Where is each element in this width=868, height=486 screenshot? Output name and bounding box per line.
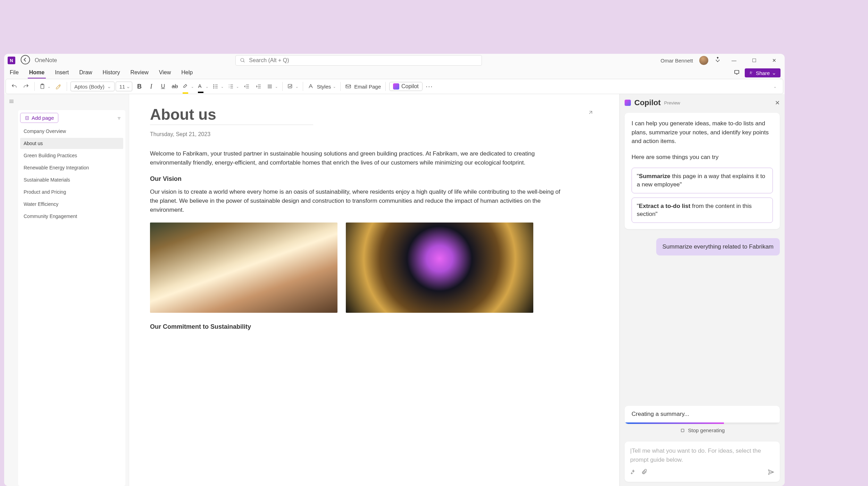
present-icon[interactable] xyxy=(734,69,740,77)
close-icon[interactable]: ✕ xyxy=(775,99,780,107)
page-item[interactable]: Product and Pricing xyxy=(20,186,123,198)
svg-point-1 xyxy=(241,58,244,61)
titlebar-right: Omar Bennett — ☐ ✕ xyxy=(661,56,781,65)
app-icon: N xyxy=(8,57,15,64)
copilot-title: Copilot xyxy=(634,98,661,107)
copilot-intro-text: I can help you generate ideas, make to-d… xyxy=(632,119,773,146)
overflow-button[interactable]: ··· xyxy=(425,81,434,92)
user-name: Omar Bennett xyxy=(661,58,693,64)
avatar[interactable] xyxy=(699,56,708,65)
copilot-input[interactable]: |Tell me what you want to do. For ideas,… xyxy=(625,442,780,482)
tab-help[interactable]: Help xyxy=(180,67,194,78)
indent-button[interactable] xyxy=(254,81,264,92)
share-button[interactable]: Share ⌄ xyxy=(745,68,781,77)
format-painter-button[interactable] xyxy=(53,81,63,92)
titlebar: N OneNote Search (Alt + Q) Omar Bennett … xyxy=(4,54,785,67)
pages-panel: Add page Company Overview About us Green… xyxy=(4,94,129,486)
stop-generating-button[interactable]: Stop generating xyxy=(625,424,780,437)
expand-icon[interactable] xyxy=(587,109,594,117)
undo-button[interactable] xyxy=(9,81,19,92)
heading-commitment[interactable]: Our Commitment to Sustainability xyxy=(150,323,599,330)
tab-review[interactable]: Review xyxy=(129,67,150,78)
page-item[interactable]: About us xyxy=(20,138,123,149)
svg-rect-13 xyxy=(681,429,684,432)
copilot-header: Copilot Preview ✕ xyxy=(625,98,780,107)
image-placeholder[interactable] xyxy=(346,223,533,313)
numbering-button[interactable]: ⌄ xyxy=(227,81,240,92)
paste-button[interactable]: ⌄ xyxy=(38,81,51,92)
send-icon[interactable] xyxy=(767,469,774,477)
highlight-button[interactable]: ⌄ xyxy=(182,81,195,92)
svg-rect-2 xyxy=(735,70,739,74)
email-page-button[interactable]: Email Page xyxy=(344,81,382,92)
page-item[interactable]: Renewable Energy Integration xyxy=(20,162,123,173)
font-select[interactable]: Aptos (Body) xyxy=(70,82,115,91)
page-item[interactable]: Community Engagement xyxy=(20,211,123,222)
tab-insert[interactable]: Insert xyxy=(53,67,70,78)
tab-home[interactable]: Home xyxy=(28,67,46,78)
search-input[interactable]: Search (Alt + Q) xyxy=(235,55,482,66)
svg-point-7 xyxy=(214,86,214,87)
copilot-pane: Copilot Preview ✕ I can help you generat… xyxy=(619,94,785,486)
app-window: N OneNote Search (Alt + Q) Omar Bennett … xyxy=(4,54,785,486)
font-color-button[interactable]: A⌄ xyxy=(197,81,209,92)
back-button[interactable] xyxy=(20,55,31,66)
svg-point-0 xyxy=(21,56,30,64)
styles-button[interactable]: Styles⌄ xyxy=(307,81,337,92)
bold-button[interactable]: B xyxy=(134,81,144,92)
image-placeholder[interactable] xyxy=(150,223,337,313)
title-underline xyxy=(150,125,313,125)
redo-button[interactable] xyxy=(21,81,31,92)
page-item[interactable]: Green Building Practices xyxy=(20,150,123,161)
sparkle-icon[interactable] xyxy=(630,469,636,477)
copilot-suggestion[interactable]: "Extract a to-do list from the content i… xyxy=(632,198,773,223)
bullets-button[interactable]: ⌄ xyxy=(211,81,225,92)
paragraph[interactable]: Our vision is to create a world where ev… xyxy=(150,187,563,215)
copilot-icon xyxy=(393,83,399,90)
user-message: Summarize everything related to Fabrikam xyxy=(656,238,780,255)
add-page-button[interactable]: Add page xyxy=(20,113,58,123)
copilot-icon xyxy=(625,100,631,106)
page-item[interactable]: Sustainable Materials xyxy=(20,174,123,185)
page-item[interactable]: Company Overview xyxy=(20,126,123,137)
search-icon xyxy=(240,58,245,63)
mic-icon[interactable] xyxy=(715,57,721,64)
sort-icon[interactable] xyxy=(116,116,122,123)
tab-draw[interactable]: Draw xyxy=(78,67,93,78)
svg-point-3 xyxy=(750,72,751,73)
attach-icon[interactable] xyxy=(641,469,648,477)
underline-button[interactable]: U xyxy=(158,81,168,92)
strikethrough-button[interactable]: ab xyxy=(170,81,180,92)
ribbon-tabs: File Home Insert Draw History Review Vie… xyxy=(4,67,785,79)
tab-file[interactable]: File xyxy=(8,67,20,78)
app-name: OneNote xyxy=(35,57,57,64)
font-size-select[interactable]: 11 xyxy=(116,82,133,91)
copilot-status-card: Creating a summary... xyxy=(625,406,780,424)
copilot-ribbon-button[interactable]: Copilot xyxy=(389,82,423,91)
page-title[interactable]: About us xyxy=(150,106,599,123)
svg-rect-9 xyxy=(288,84,292,88)
collapse-ribbon-button[interactable]: ⌄ xyxy=(770,81,779,92)
copilot-suggestion[interactable]: "Summarize this page in a way that expla… xyxy=(632,168,773,193)
hamburger-icon[interactable] xyxy=(4,97,129,107)
copilot-preview-badge: Preview xyxy=(664,100,680,106)
outdent-button[interactable] xyxy=(242,81,252,92)
page-item[interactable]: Water Efficiency xyxy=(20,199,123,210)
align-button[interactable]: ⌄ xyxy=(266,81,279,92)
italic-button[interactable]: I xyxy=(146,81,156,92)
paragraph[interactable]: Welcome to Fabrikam, your trusted partne… xyxy=(150,149,563,168)
image-row xyxy=(150,223,599,313)
close-button[interactable]: ✕ xyxy=(767,58,781,63)
svg-point-6 xyxy=(214,85,214,85)
note-canvas[interactable]: Search notebooks About us Thursday, Sept… xyxy=(129,94,619,486)
minimize-button[interactable]: — xyxy=(727,58,741,63)
maximize-button[interactable]: ☐ xyxy=(747,58,761,63)
tag-button[interactable]: ⌄ xyxy=(286,81,299,92)
heading-vision[interactable]: Our Vision xyxy=(150,175,599,183)
page-date: Thursday, Sept 21, 2023 xyxy=(150,131,599,137)
svg-rect-10 xyxy=(346,85,351,88)
tab-history[interactable]: History xyxy=(101,67,122,78)
search-placeholder: Search (Alt + Q) xyxy=(249,57,289,64)
content-area: Add page Company Overview About us Green… xyxy=(4,94,785,486)
tab-view[interactable]: View xyxy=(158,67,172,78)
